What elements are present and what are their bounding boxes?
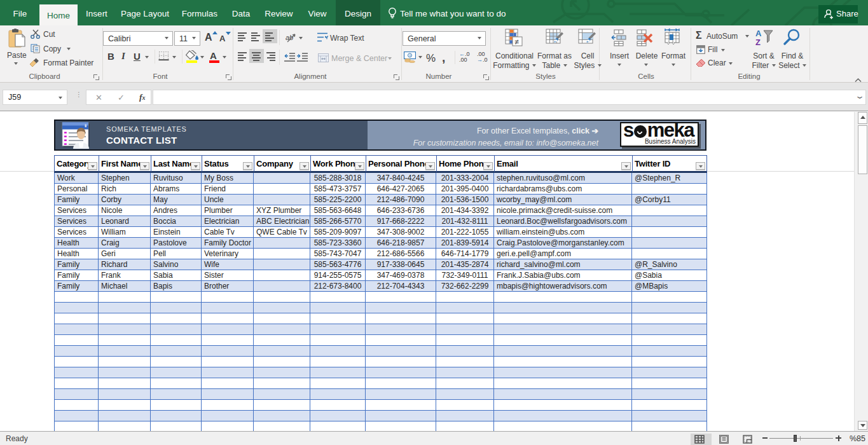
- svg-text:Z: Z: [755, 38, 761, 46]
- svg-text:≠: ≠: [515, 38, 520, 46]
- svg-text:A: A: [755, 29, 762, 38]
